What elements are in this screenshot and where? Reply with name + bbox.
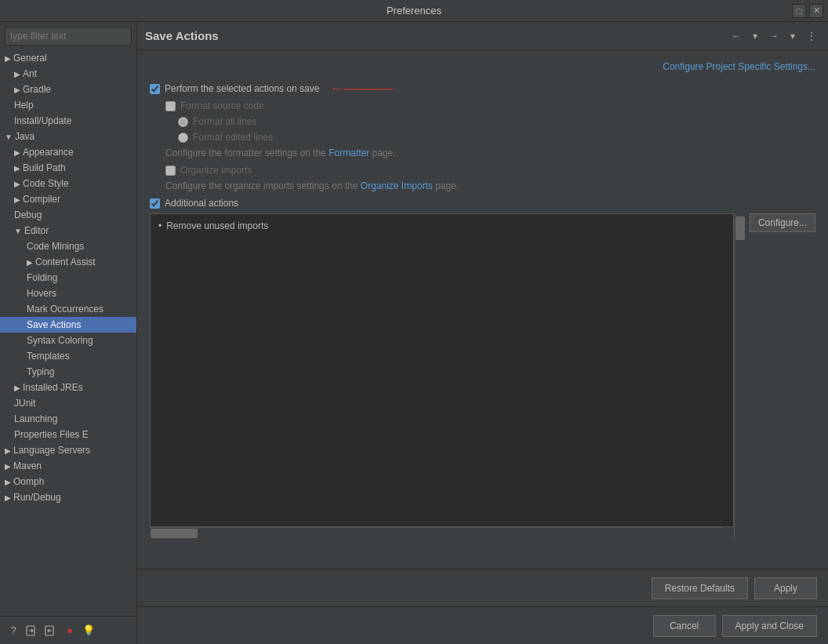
sidebar-item-hovers[interactable]: Hovers [0, 286, 136, 301]
sidebar-item-folding[interactable]: Folding [0, 270, 136, 286]
formatter-link[interactable]: Formatter [329, 147, 369, 158]
additional-actions-label[interactable]: Additional actions [165, 198, 238, 209]
sidebar-item-label: Templates [27, 351, 70, 362]
sidebar-item-ant[interactable]: Ant [0, 66, 136, 82]
restore-defaults-button[interactable]: Restore Defaults [652, 577, 748, 599]
configure-project-link[interactable]: Configure Project Specific Settings... [663, 61, 815, 72]
back-button[interactable]: ← [728, 27, 745, 45]
sidebar-item-help[interactable]: Help [0, 97, 136, 113]
format-all-lines-radio[interactable] [178, 117, 188, 127]
sidebar-item-label: Code Style [23, 178, 69, 189]
sidebar-item-save-actions[interactable]: Save Actions [0, 317, 136, 333]
format-hint-text2: page. [369, 147, 395, 158]
forward-button[interactable]: → [765, 27, 783, 45]
organize-imports-label: Organize imports [180, 165, 252, 176]
additional-actions-checkbox[interactable] [150, 198, 160, 209]
arrow-icon [27, 258, 33, 267]
panel-header: Save Actions ← ▾ → ▾ ⋮ [137, 22, 828, 50]
sidebar-item-maven[interactable]: Maven [0, 458, 136, 474]
arrow-icon [5, 462, 11, 471]
format-source-code-row: Format source code [150, 100, 815, 111]
horizontal-scrollbar[interactable] [150, 527, 723, 538]
sidebar-item-label: Launching [14, 413, 57, 424]
sidebar-item-debug[interactable]: Debug [0, 207, 136, 223]
sidebar-item-label: Language Servers [13, 445, 90, 456]
organize-imports-link[interactable]: Organize Imports [361, 180, 433, 191]
bottom-bar: Restore Defaults Apply [137, 569, 828, 606]
record-icon[interactable]: ● [63, 624, 77, 638]
organize-hint: Configure the organize imports settings … [150, 180, 815, 191]
sidebar-item-editor[interactable]: Editor [0, 223, 136, 238]
sidebar-item-language-servers[interactable]: Language Servers [0, 442, 136, 458]
sidebar-item-install-update[interactable]: Install/Update [0, 113, 136, 129]
sidebar-item-launching[interactable]: Launching [0, 411, 136, 427]
arrow-icon [14, 148, 20, 157]
perform-on-save-checkbox[interactable] [150, 84, 160, 94]
bulb-icon[interactable]: 💡 [82, 624, 96, 638]
sidebar-item-label: Code Minings [27, 241, 84, 252]
sidebar-item-label: Content Assist [35, 257, 96, 267]
sidebar-item-build-path[interactable]: Build Path [0, 160, 136, 176]
annotation-arrow: ←———— [330, 82, 393, 96]
close-button[interactable]: ✕ [809, 4, 823, 18]
sidebar-item-label: Mark Occurrences [27, 304, 104, 315]
sidebar-item-label: Typing [27, 366, 54, 377]
format-hint-text: Configure the formatter settings on the [165, 147, 329, 158]
sidebar-item-code-style[interactable]: Code Style [0, 176, 136, 191]
format-edited-lines-label: Format edited lines [193, 132, 273, 143]
sidebar-item-label: JUnit [14, 398, 35, 409]
configure-button[interactable]: Configure... [750, 213, 815, 232]
maximize-button[interactable]: □ [792, 4, 806, 18]
sidebar-item-general[interactable]: General [0, 50, 136, 66]
sidebar-item-code-minings[interactable]: Code Minings [0, 238, 136, 254]
sidebar-item-syntax-coloring[interactable]: Syntax Coloring [0, 333, 136, 348]
sidebar-item-oomph[interactable]: Oomph [0, 474, 136, 489]
sidebar-item-label: Installed JREs [23, 382, 83, 393]
search-input[interactable] [5, 27, 132, 45]
sidebar-item-label: Save Actions [27, 319, 81, 330]
h-scrollbar-thumb [151, 529, 198, 538]
sidebar-item-gradle[interactable]: Gradle [0, 82, 136, 97]
sidebar-item-mark-occurrences[interactable]: Mark Occurrences [0, 301, 136, 317]
format-hint: Configure the formatter settings on the … [150, 147, 815, 158]
organize-imports-checkbox[interactable] [165, 166, 176, 176]
sidebar-item-typing[interactable]: Typing [0, 364, 136, 380]
format-source-code-label: Format source code [180, 100, 264, 111]
format-edited-lines-radio[interactable] [178, 133, 188, 143]
perform-on-save-label[interactable]: Perform the selected actions on save [165, 83, 319, 94]
organize-imports-row: Organize imports [150, 165, 815, 176]
forward-dropdown-button[interactable]: ▾ [784, 27, 801, 45]
sidebar-item-installed-jres[interactable]: Installed JREs [0, 380, 136, 395]
panel-toolbar: ← ▾ → ▾ ⋮ [728, 27, 820, 45]
more-options-button[interactable]: ⋮ [803, 27, 820, 45]
format-edited-lines-row: Format edited lines [150, 132, 815, 143]
cancel-button[interactable]: Cancel [653, 615, 716, 637]
sidebar-item-junit[interactable]: JUnit [0, 395, 136, 411]
sidebar-item-content-assist[interactable]: Content Assist [0, 254, 136, 270]
apply-close-button[interactable]: Apply and Close [722, 615, 817, 637]
arrow-icon [14, 164, 20, 173]
arrow-icon [5, 493, 11, 502]
sidebar-item-label: Oomph [13, 476, 44, 487]
format-source-code-checkbox[interactable] [165, 101, 176, 111]
sidebar-item-properties-files[interactable]: Properties Files E [0, 427, 136, 442]
sidebar-item-templates[interactable]: Templates [0, 348, 136, 364]
sidebar-item-label: Folding [27, 272, 57, 283]
format-all-lines-label: Format all lines [193, 116, 256, 127]
sidebar-item-compiler[interactable]: Compiler [0, 191, 136, 207]
import-icon[interactable] [25, 624, 39, 638]
arrow-icon [5, 54, 11, 63]
vertical-scrollbar[interactable] [734, 213, 745, 538]
back-dropdown-button[interactable]: ▾ [746, 27, 764, 45]
sidebar-item-appearance[interactable]: Appearance [0, 144, 136, 160]
help-icon[interactable]: ? [6, 624, 20, 638]
sidebar-item-java[interactable]: Java [0, 129, 136, 144]
apply-button[interactable]: Apply [754, 577, 817, 599]
sidebar-item-label: Maven [13, 460, 42, 471]
sidebar-item-label: Properties Files E [14, 429, 89, 440]
perform-on-save-row: Perform the selected actions on save ←——… [150, 82, 815, 96]
sidebar-item-run-debug[interactable]: Run/Debug [0, 489, 136, 505]
sidebar-item-label: Build Path [23, 162, 66, 173]
sidebar-item-label: Ant [23, 68, 37, 79]
export-icon[interactable] [44, 624, 58, 638]
